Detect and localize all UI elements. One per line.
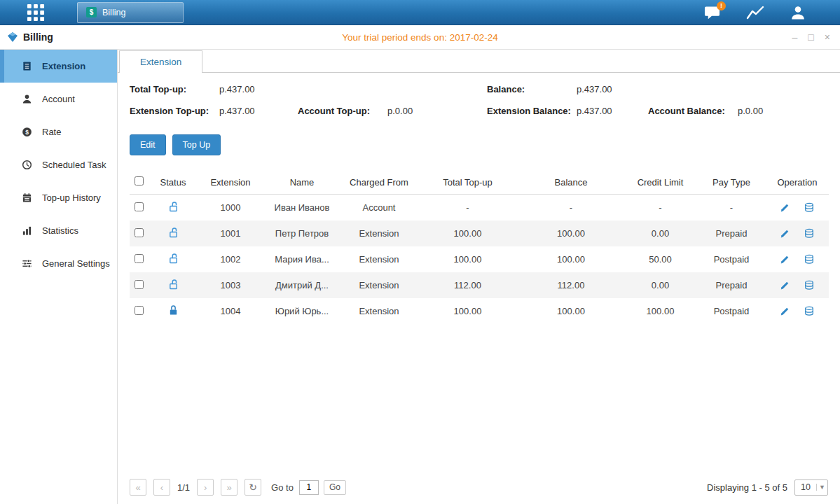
sidebar-item-label: Top-up History <box>42 192 101 203</box>
notification-badge: ! <box>717 1 726 10</box>
total-topup: 100.00 <box>417 220 518 246</box>
trial-notice: Your trial period ends on: 2017-02-24 <box>342 32 497 43</box>
edit-button[interactable]: Edit <box>130 134 166 155</box>
main-panel: Extension Total Top-up: p.437.00 Balance… <box>118 50 840 504</box>
close-button[interactable]: × <box>825 32 830 42</box>
balance-value: p.437.00 <box>577 84 612 94</box>
reports-button[interactable] <box>746 5 764 20</box>
row-checkbox[interactable] <box>135 306 144 315</box>
charged-from: Extension <box>341 272 417 298</box>
extension-name: Дмитрий Д... <box>263 272 341 298</box>
balance: - <box>518 195 624 221</box>
extension-icon <box>21 61 33 71</box>
first-page-button[interactable]: « <box>130 479 146 496</box>
edit-icon[interactable] <box>780 255 790 265</box>
total-topup: 100.00 <box>417 298 518 324</box>
row-checkbox[interactable] <box>135 202 144 211</box>
row-checkbox[interactable] <box>135 254 144 263</box>
pay-type: Postpaid <box>697 246 766 272</box>
titlebar: Billing Your trial period ends on: 2017-… <box>0 25 840 50</box>
topup-icon[interactable] <box>804 254 815 265</box>
next-page-button[interactable]: › <box>197 479 214 496</box>
table-row[interactable]: 1003 Дмитрий Д... Extension 112.00 112.0… <box>130 272 829 298</box>
sidebar-item-account[interactable]: Account <box>0 83 117 115</box>
edit-icon[interactable] <box>780 203 790 213</box>
sidebar-item-general-settings[interactable]: General Settings <box>0 247 117 280</box>
billing-summary: Total Top-up: p.437.00 Balance: p.437.00… <box>130 84 828 127</box>
topup-icon[interactable] <box>804 306 815 316</box>
extension-number: 1003 <box>198 272 263 298</box>
extension-balance-value: p.437.00 <box>577 106 612 116</box>
prev-page-button[interactable]: ‹ <box>153 479 170 496</box>
goto-label: Go to <box>271 482 294 493</box>
extension-balance-label: Extension Balance: <box>487 106 577 116</box>
account-topup-label: Account Top-up: <box>298 106 387 116</box>
apps-grid-icon[interactable] <box>25 3 46 22</box>
go-button[interactable]: Go <box>324 480 346 495</box>
edit-icon[interactable] <box>780 307 790 316</box>
sidebar-item-rate[interactable]: $ Rate <box>0 115 117 148</box>
table-header-row: Status Extension Name Charged From Total… <box>130 170 829 195</box>
topup-icon[interactable] <box>804 228 815 239</box>
rate-icon: $ <box>21 127 33 137</box>
col-total-topup: Total Top-up <box>417 170 518 195</box>
sidebar-item-statistics[interactable]: Statistics <box>0 214 117 247</box>
tab-extension[interactable]: Extension <box>119 50 202 73</box>
sidebar-item-topup-history[interactable]: Top-up History <box>0 181 117 214</box>
unlocked-icon <box>168 230 179 240</box>
extension-name: Мария Ива... <box>263 246 341 272</box>
topbar-actions: ! <box>703 0 806 25</box>
goto-page-input[interactable] <box>299 480 319 495</box>
page-size-select[interactable]: 10 ▼ <box>794 479 828 496</box>
charged-from: Extension <box>341 298 417 324</box>
last-page-button[interactable]: » <box>221 479 237 496</box>
table-row[interactable]: 1002 Мария Ива... Extension 100.00 100.0… <box>130 246 829 272</box>
top-up-button[interactable]: Top Up <box>172 134 221 155</box>
billing-logo-icon <box>7 31 18 43</box>
refresh-icon[interactable]: ↻ <box>245 479 261 496</box>
row-checkbox[interactable] <box>135 280 144 289</box>
user-icon <box>790 4 806 21</box>
balance: 100.00 <box>518 298 624 324</box>
maximize-button[interactable]: □ <box>808 32 813 42</box>
apps-grid-glyph <box>27 4 45 22</box>
minimize-button[interactable]: – <box>792 32 798 42</box>
topbar-tab-billing[interactable]: $ Billing <box>77 2 184 23</box>
extension-name: Иван Иванов <box>263 195 341 221</box>
table-row[interactable]: 1001 Петр Петров Extension 100.00 100.00… <box>130 220 829 246</box>
topbar: $ Billing ! <box>0 0 840 25</box>
tabstrip: Extension <box>118 50 840 73</box>
sidebar-item-extension[interactable]: Extension <box>0 50 117 83</box>
notifications-button[interactable]: ! <box>703 5 721 21</box>
select-all-checkbox[interactable] <box>135 176 144 186</box>
locked-icon <box>168 307 179 318</box>
extension-topup-label: Extension Top-up: <box>130 106 219 116</box>
svg-text:$: $ <box>25 129 29 136</box>
extension-number: 1000 <box>198 195 263 221</box>
pay-type: - <box>697 195 766 221</box>
user-menu-button[interactable] <box>790 4 806 21</box>
col-operation: Operation <box>766 170 829 195</box>
unlocked-icon <box>168 255 179 266</box>
bar-chart-icon <box>21 225 33 236</box>
table-row[interactable]: 1004 Юрий Юрь... Extension 100.00 100.00… <box>130 298 829 324</box>
balance-label: Balance: <box>487 84 577 94</box>
extension-number: 1001 <box>198 220 263 246</box>
extension-content: Total Top-up: p.437.00 Balance: p.437.00… <box>118 73 840 504</box>
sidebar-item-label: Rate <box>42 127 61 137</box>
total-topup-label: Total Top-up: <box>130 84 219 94</box>
extension-name: Петр Петров <box>263 220 341 246</box>
chart-icon <box>746 5 764 20</box>
credit-limit: 50.00 <box>624 246 697 272</box>
topup-icon[interactable] <box>804 280 815 290</box>
sidebar-item-scheduled-task[interactable]: Scheduled Task <box>0 148 117 181</box>
edit-icon[interactable] <box>780 281 790 290</box>
edit-icon[interactable] <box>780 229 790 239</box>
sliders-icon <box>21 258 33 269</box>
col-pay-type: Pay Type <box>697 170 766 195</box>
total-topup: 112.00 <box>417 272 518 298</box>
topup-icon[interactable] <box>804 202 815 213</box>
table-row[interactable]: 1000 Иван Иванов Account - - - - <box>130 195 829 221</box>
row-checkbox[interactable] <box>135 228 144 237</box>
col-charged-from: Charged From <box>341 170 417 195</box>
